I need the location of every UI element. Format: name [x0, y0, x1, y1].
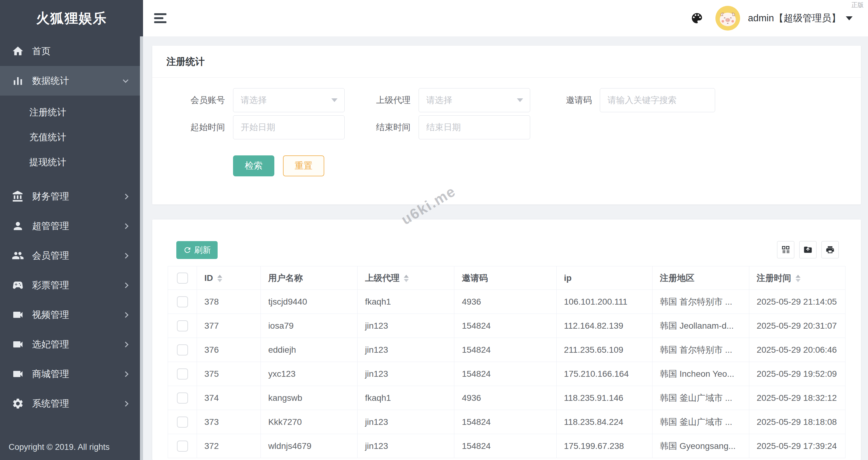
table-row: 372 wldnjs4679 jin123 154824 175.199.67.…: [168, 434, 845, 458]
theme-palette-icon[interactable]: [690, 11, 704, 25]
select-caret-icon: [517, 98, 523, 102]
user-avatar[interactable]: [715, 6, 740, 31]
member-account-label: 会员账号: [152, 94, 233, 106]
table-toolbar: 刷新: [152, 219, 861, 259]
row-checkbox[interactable]: [177, 393, 188, 404]
row-checkbox[interactable]: [177, 417, 188, 428]
sidebar-item-label: 选妃管理: [32, 338, 124, 351]
reset-button[interactable]: 重置: [283, 155, 324, 176]
user-menu-label[interactable]: admin【超级管理员】: [748, 12, 841, 25]
sidebar-item-xuanfei[interactable]: 选妃管理: [0, 330, 140, 359]
invite-code-label: 邀请码: [530, 94, 600, 106]
sidebar-scrollbar[interactable]: [140, 36, 143, 460]
chevron-right-icon: [123, 342, 128, 347]
app-logo: 火狐狸娱乐: [0, 0, 143, 36]
row-checkbox[interactable]: [177, 296, 188, 307]
topbar-right: admin【超级管理员】: [690, 6, 852, 31]
row-checkbox[interactable]: [177, 344, 188, 356]
refresh-button[interactable]: 刷新: [176, 241, 218, 259]
column-header-id[interactable]: ID: [197, 266, 261, 290]
invite-code-field: [600, 88, 715, 112]
gamepad-icon: [12, 279, 24, 292]
chevron-right-icon: [123, 401, 128, 406]
page-title: 注册统计: [166, 55, 205, 68]
parent-agent-select[interactable]: 请选择: [418, 88, 530, 112]
sidebar-item-register-stats[interactable]: 注册统计: [0, 100, 140, 125]
table-row: 373 Kkk7270 jin123 154824 118.235.84.224…: [168, 410, 845, 434]
parent-agent-label: 上级代理: [345, 94, 418, 106]
sidebar-item-label: 财务管理: [32, 190, 124, 203]
row-checkbox[interactable]: [177, 440, 188, 452]
chevron-right-icon: [123, 223, 128, 229]
column-header-time[interactable]: 注册时间: [749, 266, 845, 290]
export-icon: [803, 245, 812, 254]
invite-code-input[interactable]: [608, 95, 707, 105]
row-checkbox[interactable]: [177, 320, 188, 331]
sidebar-item-label: 视频管理: [32, 309, 124, 321]
start-date-input[interactable]: [241, 122, 337, 132]
sidebar-item-withdraw-stats[interactable]: 提现统计: [0, 150, 140, 175]
chevron-right-icon: [123, 253, 128, 258]
chevron-right-icon: [123, 371, 128, 377]
sidebar-item-members[interactable]: 会员管理: [0, 241, 140, 270]
sort-icon[interactable]: [217, 275, 222, 282]
refresh-icon: [183, 246, 192, 254]
table-tools: [772, 241, 839, 258]
member-account-select[interactable]: 请选择: [233, 88, 345, 112]
sidebar-item-recharge-stats[interactable]: 充值统计: [0, 125, 140, 150]
hamburger-menu-icon[interactable]: [154, 13, 167, 23]
registrations-table: ID 用户名称 上级代理 邀请码 ip 注册地区 注册时间 378 tjscjd…: [168, 266, 845, 458]
sort-icon[interactable]: [404, 275, 409, 282]
start-date-field: [233, 115, 345, 140]
end-date-input[interactable]: [426, 122, 523, 132]
sidebar-item-label: 注册统计: [29, 106, 66, 119]
sidebar-item-label: 商城管理: [32, 368, 124, 380]
gear-icon: [12, 397, 24, 410]
topbar: admin【超级管理员】: [143, 0, 868, 36]
sidebar-item-label: 数据统计: [32, 74, 124, 87]
main-content: 注册统计 会员账号 请选择 上级代理 请选择: [143, 36, 868, 460]
column-header-invite: 邀请码: [454, 266, 556, 290]
print-button[interactable]: [822, 241, 839, 258]
data-stats-submenu: 注册统计 充值统计 提现统计: [0, 96, 140, 182]
sort-icon[interactable]: [796, 275, 801, 282]
users-icon: [12, 249, 24, 262]
video-camera-icon: [12, 309, 24, 321]
sidebar-item-video[interactable]: 视频管理: [0, 300, 140, 330]
table-card: 刷新: [152, 219, 861, 460]
table-header-row: ID 用户名称 上级代理 邀请码 ip 注册地区 注册时间: [168, 266, 845, 290]
sidebar-item-label: 系统管理: [32, 397, 124, 410]
sidebar-item-superadmin[interactable]: 超管管理: [0, 211, 140, 241]
column-header-agent[interactable]: 上级代理: [358, 266, 454, 290]
corner-watermark: 正版: [851, 1, 864, 9]
sidebar-item-system[interactable]: 系统管理: [0, 389, 140, 418]
filter-form: 会员账号 请选择 上级代理 请选择 邀请码: [152, 78, 861, 176]
chevron-right-icon: [123, 194, 128, 199]
sidebar-menu: 首页 数据统计 注册统计 充值统计 提现统计 财务管理: [0, 36, 140, 418]
end-time-label: 结束时间: [345, 121, 418, 133]
sidebar-item-label: 超管管理: [32, 220, 124, 233]
select-caret-icon: [331, 98, 338, 102]
sidebar-item-finance[interactable]: 财务管理: [0, 182, 140, 211]
sidebar-item-data-stats[interactable]: 数据统计: [0, 66, 140, 96]
sidebar-item-mall[interactable]: 商城管理: [0, 359, 140, 389]
select-all-checkbox[interactable]: [177, 273, 188, 284]
sidebar-item-lottery[interactable]: 彩票管理: [0, 270, 140, 300]
printer-icon: [826, 245, 835, 254]
column-header-region: 注册地区: [652, 266, 749, 290]
export-button[interactable]: [799, 241, 816, 258]
table-row: 374 kangswb fkaqh1 4936 118.235.91.146 韩…: [168, 386, 845, 410]
copyright-text: Copyright © 2019. All rights: [9, 442, 110, 452]
search-button[interactable]: 检索: [233, 155, 274, 176]
user-dropdown-caret-icon[interactable]: [846, 16, 852, 20]
chevron-down-icon: [123, 77, 128, 83]
column-header-user: 用户名称: [261, 266, 358, 290]
chevron-right-icon: [123, 282, 128, 288]
row-checkbox[interactable]: [177, 368, 188, 379]
admin-dashboard: 火狐狸娱乐 首页 数据统计 注册统计 充值统计 提现统计: [0, 0, 868, 460]
sidebar-item-home[interactable]: 首页: [0, 36, 140, 66]
columns-toggle-button[interactable]: [777, 241, 794, 258]
sidebar: 火狐狸娱乐 首页 数据统计 注册统计 充值统计 提现统计: [0, 0, 143, 460]
start-time-label: 起始时间: [152, 121, 233, 133]
home-icon: [12, 45, 24, 57]
